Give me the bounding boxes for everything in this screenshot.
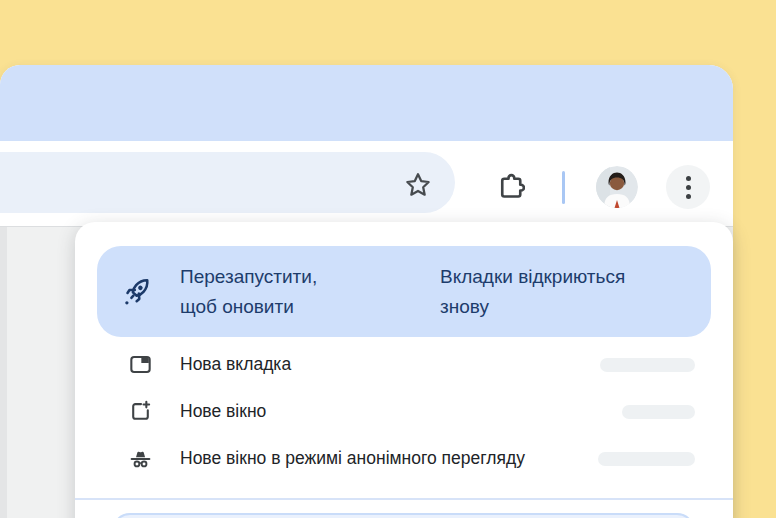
extensions-puzzle-icon [495, 172, 525, 202]
menu-item-restart-to-update[interactable]: Перезапустити, щоб оновити Вкладки відкр… [97, 246, 711, 337]
menu-divider [75, 498, 733, 500]
new-tab-icon [128, 352, 153, 377]
shortcut-placeholder [622, 405, 695, 419]
new-window-icon [128, 399, 153, 424]
rocket-icon [120, 274, 156, 310]
toolbar-separator [562, 171, 565, 204]
screen-background: Перезапустити, щоб оновити Вкладки відкр… [0, 0, 776, 518]
browser-dropdown-menu: Перезапустити, щоб оновити Вкладки відкр… [75, 222, 733, 518]
menu-item-label: Нове вікно в режимі анонімного перегляду [180, 448, 525, 469]
menu-item-label: Нова вкладка [180, 354, 291, 375]
bookmark-button[interactable] [402, 170, 434, 202]
avatar-image [596, 166, 638, 208]
profile-avatar[interactable] [596, 166, 638, 208]
extensions-button[interactable] [495, 172, 525, 202]
bookmark-star-icon [402, 170, 434, 202]
address-bar[interactable] [0, 152, 455, 213]
browser-toolbar [0, 141, 733, 226]
menu-item-new-incognito-window[interactable]: Нове вікно в режимі анонімного перегляду [75, 435, 733, 482]
menu-item-new-tab[interactable]: Нова вкладка [75, 341, 733, 388]
shortcut-placeholder [600, 358, 695, 372]
menu-item-new-window[interactable]: Нове вікно [75, 388, 733, 435]
restart-banner-subtitle: Вкладки відкриються знову [440, 262, 690, 322]
shortcut-placeholder [598, 452, 695, 466]
menu-item-label: Нове вікно [180, 401, 266, 422]
restart-banner-title: Перезапустити, щоб оновити [180, 262, 410, 322]
window-titlebar [0, 65, 733, 141]
incognito-icon [128, 446, 153, 471]
browser-menu-button[interactable] [666, 165, 710, 209]
menu-item-list: Нова вкладка Нове вікно [75, 341, 733, 482]
menu-next-section-partial [112, 513, 695, 518]
three-dot-menu-icon [686, 176, 691, 199]
